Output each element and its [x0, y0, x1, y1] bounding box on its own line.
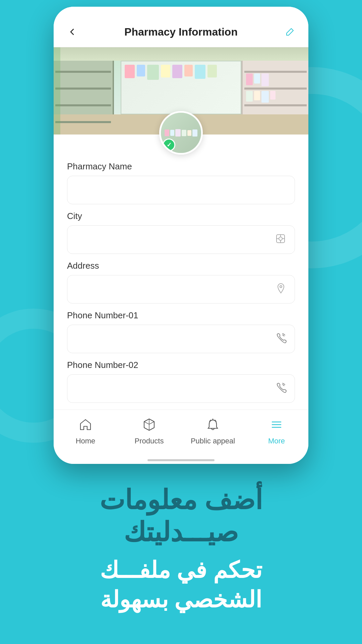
arabic-subheadline: تحكم في ملفـــك الشخصي بسهولة [27, 555, 335, 614]
pharmacy-name-field-wrapper [67, 176, 295, 204]
phone1-label: Phone Number-01 [67, 310, 295, 321]
arabic-section: أضف معلومات صيـــدليتك تحكم في ملفـــك ا… [0, 464, 362, 635]
phone1-field-wrapper [67, 325, 295, 353]
city-input[interactable] [67, 225, 295, 254]
svg-point-1 [279, 237, 282, 240]
location-icon [275, 282, 287, 296]
nav-item-home[interactable]: Home [54, 415, 117, 448]
svg-point-6 [280, 285, 282, 287]
nav-item-products[interactable]: Products [117, 415, 181, 448]
home-bar [147, 459, 215, 461]
page-title: Pharmacy Information [124, 26, 238, 38]
phone2-icon [275, 382, 287, 395]
back-button[interactable] [64, 23, 80, 40]
nav-home-label: Home [76, 437, 96, 445]
verified-badge: ✓ [163, 139, 175, 151]
edit-button[interactable] [282, 23, 298, 40]
nav-public-appeal-label: Public appeal [191, 437, 235, 445]
address-label: Address [67, 261, 295, 271]
phone-shell: Pharmacy Information [54, 7, 308, 464]
phone-wrapper: Pharmacy Information [54, 0, 308, 464]
city-icon [275, 232, 287, 247]
home-icon [78, 418, 93, 435]
form-content: Pharmacy Name City [54, 161, 308, 410]
nav-more-label: More [268, 437, 285, 445]
pharmacy-name-label: Pharmacy Name [67, 161, 295, 172]
status-bar [54, 7, 308, 20]
avatar-container: ✓ [54, 111, 308, 155]
phone2-label: Phone Number-02 [67, 360, 295, 370]
phone2-field-wrapper [67, 374, 295, 403]
arabic-headline: أضف معلومات صيـــدليتك [27, 484, 335, 548]
nav-item-more[interactable]: More [245, 415, 308, 448]
more-icon [269, 418, 284, 435]
address-input[interactable] [67, 275, 295, 304]
city-field-wrapper [67, 225, 295, 254]
phone2-input[interactable] [67, 374, 295, 403]
pharmacy-name-input[interactable] [67, 176, 295, 204]
bell-icon [206, 418, 220, 435]
check-icon: ✓ [167, 141, 172, 149]
phone1-input[interactable] [67, 325, 295, 353]
bottom-nav: Home Products [54, 410, 308, 457]
phone1-icon [275, 332, 287, 346]
top-nav: Pharmacy Information [54, 20, 308, 47]
nav-products-label: Products [135, 437, 164, 445]
home-indicator [54, 457, 308, 464]
nav-item-public-appeal[interactable]: Public appeal [181, 415, 245, 448]
address-field-wrapper [67, 275, 295, 304]
avatar[interactable]: ✓ [159, 111, 203, 155]
products-icon [142, 418, 156, 435]
city-label: City [67, 211, 295, 221]
